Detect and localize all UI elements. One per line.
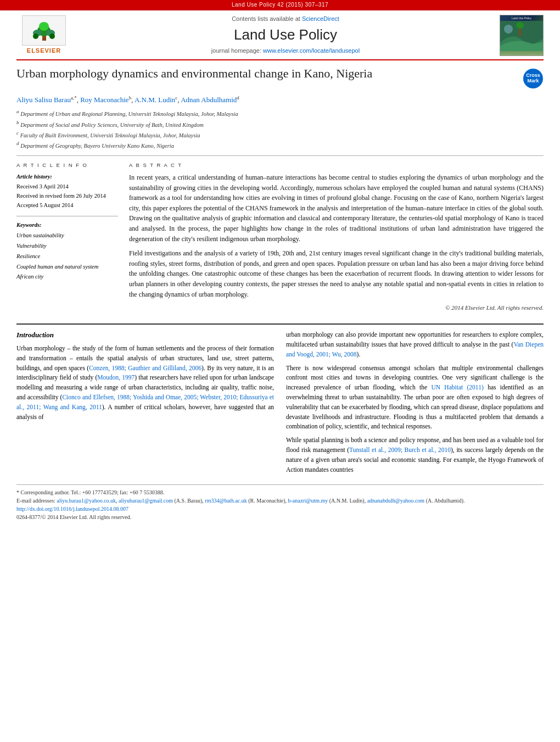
journal-header: ELSEVIER Contents lists available at Sci…: [16, 10, 544, 60]
svg-text:Mark: Mark: [527, 78, 539, 83]
elsevier-logo: ELSEVIER: [16, 15, 71, 55]
article-history-title: Article history:: [16, 172, 118, 181]
svg-point-5: [33, 34, 38, 39]
journal-name-header: Land Use Policy: [71, 25, 500, 46]
footnote-star: * Corresponding author. Tel.: +60 177743…: [16, 488, 544, 496]
elsevier-logo-box: [22, 15, 66, 46]
author-ludin[interactable]: A.N.M. Ludin: [135, 96, 175, 104]
footnote-doi[interactable]: http://dx.doi.org/10.1016/j.landusepol.2…: [16, 505, 544, 513]
article-accepted: Accepted 5 August 2014: [16, 201, 118, 210]
cover-image-area: [500, 21, 543, 55]
science-direct-link[interactable]: ScienceDirect: [302, 15, 339, 22]
cover-title-text: Land Use Policy: [500, 15, 543, 21]
article-info-label: A R T I C L E I N F O: [16, 161, 118, 169]
abstract-section: In recent years, a critical understandin…: [129, 172, 544, 313]
authors-line: Aliyu Salisu Baraua,*, Roy Maconachieb, …: [16, 94, 544, 105]
ref-conzen[interactable]: Conzen, 1988; Gauthier and Gilliland, 20…: [89, 365, 201, 371]
journal-homepage-line: journal homepage: www.elsevier.com/locat…: [71, 47, 500, 55]
article-title-row: Urban morphology dynamics and environmen…: [16, 66, 544, 89]
article-info-col: A R T I C L E I N F O Article history: R…: [16, 161, 118, 317]
ref-moudon[interactable]: Moudon, 1997: [97, 374, 135, 381]
email-links[interactable]: aliyu.barau1@yahoo.co.uk: [57, 498, 116, 504]
article-revised: Received in revised form 26 July 2014: [16, 192, 118, 201]
intro-left-para: Urban morphology – the study of the form…: [16, 344, 274, 422]
email-link-5[interactable]: adnanabdulh@yahoo.com: [367, 498, 424, 504]
email-link-2[interactable]: aliyubarau1@gmail.com: [119, 498, 173, 504]
svg-point-4: [39, 22, 49, 31]
body-two-col: Introduction Urban morphology – the stud…: [16, 330, 544, 478]
abstract-para-1: In recent years, a critical understandin…: [129, 172, 544, 244]
cover-illustration-icon: [500, 21, 544, 51]
footnotes-section: * Corresponding author. Tel.: +60 177743…: [16, 484, 544, 521]
keyword-3: Resilience: [16, 252, 118, 262]
author-maconachie[interactable]: Roy Maconachie: [80, 96, 128, 104]
copyright-line: © 2014 Elsevier Ltd. All rights reserved…: [129, 304, 544, 313]
abstract-para-2: Field investigations and the analysis of…: [129, 248, 544, 299]
main-body-divider: [16, 323, 544, 325]
body-right-col: urban morphology can also provide import…: [286, 330, 544, 478]
elsevier-tree-icon: [29, 19, 59, 42]
info-abstract-columns: A R T I C L E I N F O Article history: R…: [16, 161, 544, 317]
footnote-emails: E-mail addresses: aliyu.barau1@yahoo.co.…: [16, 496, 544, 505]
svg-text:Cross: Cross: [526, 72, 540, 78]
journal-title-center: Contents lists available at ScienceDirec…: [71, 15, 500, 55]
article-main: Urban morphology dynamics and environmen…: [16, 60, 544, 521]
affil-a: a Department of Urban and Regional Plann…: [16, 108, 544, 118]
science-direct-line: Contents lists available at ScienceDirec…: [71, 15, 500, 24]
journal-reference-bar: Land Use Policy 42 (2015) 307–317: [0, 0, 560, 10]
email-link-3[interactable]: rm334@bath.ac.uk: [205, 498, 247, 504]
svg-point-6: [49, 34, 55, 39]
crossmark-badge-icon[interactable]: Cross Mark: [523, 68, 544, 89]
svg-point-8: [504, 25, 513, 34]
affil-b: b Department of Social and Policy Scienc…: [16, 119, 544, 129]
footnote-rights: 0264-8377/© 2014 Elsevier Ltd. All right…: [16, 513, 544, 521]
intro-right-para-3: While spatial planning is both a science…: [286, 436, 544, 475]
abstract-col: A B S T R A C T In recent years, a criti…: [129, 161, 544, 317]
author-abdulhamid[interactable]: Adnan Abdulhamid: [181, 96, 237, 104]
svg-point-10: [516, 22, 524, 29]
elsevier-wordmark: ELSEVIER: [27, 47, 61, 55]
keywords-label: Keywords:: [16, 221, 118, 229]
keyword-4: Coupled human and natural system: [16, 262, 118, 272]
affiliations-block: a Department of Urban and Regional Plann…: [16, 108, 544, 150]
ref-unhabitat[interactable]: UN Habitat (2011): [431, 384, 483, 390]
journal-homepage-link[interactable]: www.elsevier.com/locate/landusepol: [263, 47, 360, 54]
ref-vandiepen[interactable]: Van Diepen and Voogd, 2001; Wu, 2008: [286, 341, 544, 358]
body-left-col: Introduction Urban morphology – the stud…: [16, 330, 274, 478]
email-link-4[interactable]: b-anazri@utm.my: [288, 498, 328, 504]
keywords-list: Urban sustainability Vulnerability Resil…: [16, 231, 118, 282]
affil-d: d Department of Geography, Bayero Univer…: [16, 140, 544, 150]
introduction-heading: Introduction: [16, 330, 274, 341]
affil-c: c Faculty of Built Environment, Universi…: [16, 130, 544, 140]
intro-right-para-1: urban morphology can also provide import…: [286, 330, 544, 359]
keyword-5: African city: [16, 272, 118, 282]
keyword-1: Urban sustainability: [16, 231, 118, 241]
ref-cionco[interactable]: Cionco and Ellefsen, 1988; Yoshida and O…: [16, 394, 274, 410]
article-history-group: Article history: Received 3 April 2014 R…: [16, 172, 118, 210]
article-title-text: Urban morphology dynamics and environmen…: [16, 66, 517, 82]
keywords-group: Keywords: Urban sustainability Vulnerabi…: [16, 221, 118, 283]
info-divider: [16, 216, 118, 216]
abstract-label: A B S T R A C T: [129, 161, 544, 169]
ref-tunstall[interactable]: Tunstall et al., 2009; Burch et al., 201…: [349, 447, 451, 453]
intro-right-para-2: There is now widespread consensus amongs…: [286, 364, 544, 432]
keyword-2: Vulnerability: [16, 241, 118, 252]
header-divider: [16, 155, 544, 156]
journal-cover-thumbnail: Land Use Policy: [500, 15, 544, 56]
author-barau[interactable]: Aliyu Salisu Barau: [16, 96, 71, 104]
article-received: Received 3 April 2014: [16, 182, 118, 192]
